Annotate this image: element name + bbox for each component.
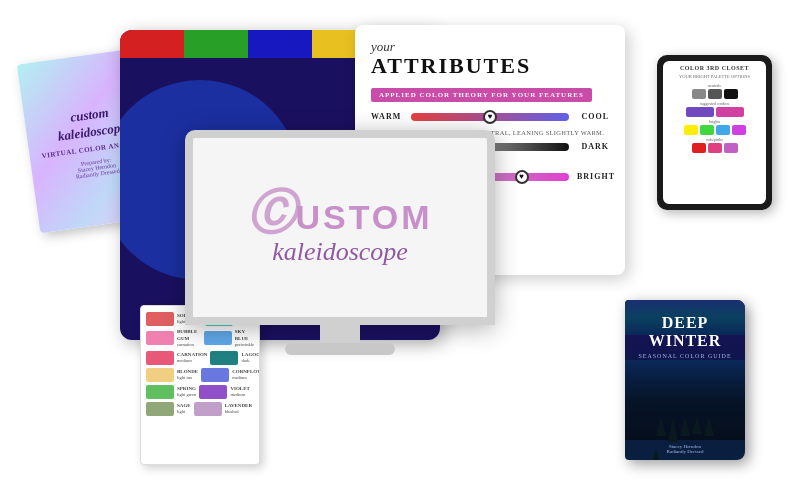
tablet-right: COLOR 3RD CLOSET YOUR BRIGHT PALETTE OPT… (657, 55, 772, 210)
dark-label: DARK (577, 142, 609, 151)
swatch-combo-1 (686, 107, 714, 117)
book-right-subtitle: SEASONAL COLOR GUIDE (638, 353, 731, 359)
swatch-bright-3 (716, 125, 730, 135)
trees (656, 416, 714, 442)
book-right-title: DEEP WINTER (649, 314, 722, 349)
tree-5 (704, 416, 714, 436)
warm-label: WARM (371, 112, 403, 121)
swatch-red-1 (692, 143, 706, 153)
swatch-neutral-3 (724, 89, 738, 99)
swatch-sage (146, 402, 174, 416)
tablet-neutrals-row (667, 89, 762, 99)
swatch-cornflower-label: CORNFLOWERmedium (232, 369, 260, 381)
swatch-blonde (146, 368, 174, 382)
warm-cool-heart-icon: ♥ (488, 112, 493, 121)
cool-label: COOL (577, 112, 609, 121)
tablet-subtitle: YOUR BRIGHT PALETTE OPTIONS (667, 74, 762, 79)
swatch-sage-label: SAGElight (177, 403, 191, 415)
monitor: Ⓒ USTOM kaleidoscope (185, 130, 495, 370)
swatch-bright-1 (684, 125, 698, 135)
swatch-bright-2 (700, 125, 714, 135)
book-right-author: Stacey Herndon Radiantly Dressed (667, 444, 704, 454)
swatch-violet (199, 385, 227, 399)
tablet-header: COLOR 3RD CLOSET (667, 65, 762, 71)
tablet-reds-row (667, 143, 762, 153)
warm-cool-thumb: ♥ (483, 110, 497, 124)
tablet-screen: COLOR 3RD CLOSET YOUR BRIGHT PALETTE OPT… (663, 61, 766, 204)
monitor-logo-c: Ⓒ (247, 189, 295, 237)
swatch-spring-label: SPRINGlight green (177, 386, 196, 398)
swatch-combo-2 (716, 107, 744, 117)
swatch-blonde-label: BLONDElight tan (177, 369, 198, 381)
book-left-author: Prepared by: Stacey Herndon Radiantly Dr… (74, 156, 120, 180)
warm-cool-slider: ♥ (411, 113, 569, 121)
monitor-stand-base (285, 343, 395, 355)
tablet-combos-label: suggested combos (667, 101, 762, 106)
tree-1 (656, 416, 666, 436)
swatch-red-3 (724, 143, 738, 153)
swatch-lavender (194, 402, 222, 416)
swatch-neutral-2 (708, 89, 722, 99)
tree-4 (692, 416, 702, 434)
monitor-brand-custom: USTOM (295, 198, 432, 237)
tablet-brights-row (667, 125, 762, 135)
muted-bright-heart-icon: ♥ (519, 172, 524, 181)
warm-cool-row: WARM ♥ COOL (371, 112, 609, 121)
swatch-carnation (146, 351, 174, 365)
swatch-lavender-label: LAVENDERblushed (225, 403, 252, 415)
swatch-violet-label: VIOLETmedium (230, 386, 249, 398)
attr-subtitle-bar: APPLIED COLOR THEORY FOR YOUR FEATURES (371, 88, 592, 102)
monitor-brand-kaleido: kaleidoscope (272, 237, 408, 267)
swatch-neutral-1 (692, 89, 706, 99)
attr-title: ATTRIBUTES (371, 55, 609, 77)
tree-2 (668, 416, 678, 442)
swatch-red-2 (708, 143, 722, 153)
muted-bright-thumb: ♥ (515, 170, 529, 184)
book-right: DEEP WINTER SEASONAL COLOR GUIDE Stacey … (625, 300, 745, 460)
bright-label: BRIGHT (577, 172, 609, 181)
swatch-row-6: SAGElight LAVENDERblushed (146, 402, 254, 416)
monitor-screen: Ⓒ USTOM kaleidoscope (185, 130, 495, 325)
tablet-reds-label: reds/pinks (667, 137, 762, 142)
swatch-bubblegum (146, 331, 174, 345)
swatch-bright-4 (732, 125, 746, 135)
swatch-spring (146, 385, 174, 399)
monitor-stand-neck (320, 325, 360, 343)
swatch-row-5: SPRINGlight green VIOLETmedium (146, 385, 254, 399)
scene: custom kaleidoscope VIRTUAL COLOR ANALYS… (0, 0, 800, 500)
tablet-neutrals-label: neutrals (667, 83, 762, 88)
tablet-combos-row (667, 107, 762, 117)
tablet-brights-label: brights (667, 119, 762, 124)
tree-3 (680, 416, 690, 436)
swatch-soft-red (146, 312, 174, 326)
book-left-title: custom kaleidoscope (54, 103, 127, 146)
